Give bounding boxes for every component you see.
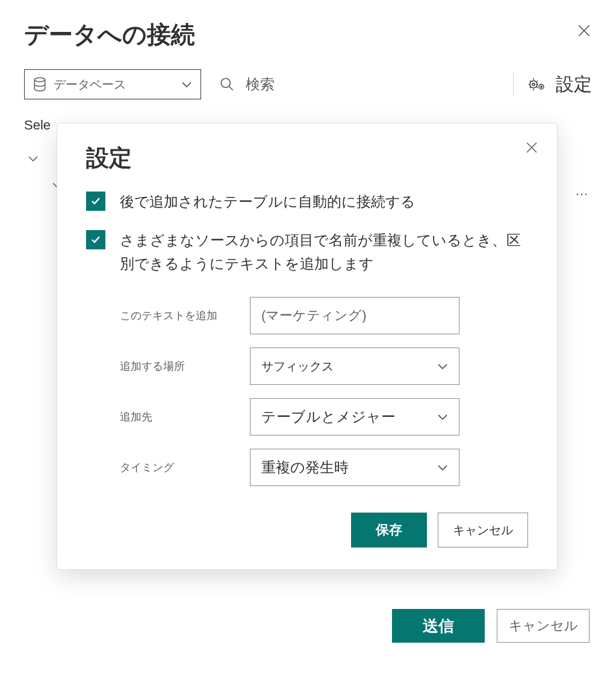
gear-icon [528,77,545,92]
chevron-down-icon [437,363,448,370]
main-footer: 送信 キャンセル [392,609,590,643]
select-value: テーブルとメジャー [261,407,437,426]
form-row-add-text: このテキストを追加 (マーケティング) [120,297,528,334]
svg-point-0 [34,78,45,82]
checkbox-disambiguate[interactable] [86,230,105,249]
checkbox-label: 後で追加されたテーブルに自動的に接続する [120,190,415,213]
search-placeholder: 検索 [246,75,275,94]
search-icon [219,76,235,92]
form-row-timing: タイミング 重複の発生時 [120,449,528,486]
svg-point-4 [539,84,544,89]
select-value: サフィックス [261,358,437,375]
location-select[interactable]: サフィックス [250,348,459,385]
database-icon [33,77,46,92]
chevron-down-icon [437,464,448,471]
checkbox-auto-connect[interactable] [86,192,105,211]
field-label: タイミング [120,460,250,475]
svg-point-5 [541,86,543,88]
modal-cancel-button[interactable]: キャンセル [438,513,528,548]
divider [513,72,514,96]
more-icon[interactable]: … [575,183,588,199]
svg-point-2 [530,81,537,88]
close-icon[interactable] [576,23,592,39]
checkbox-label: さまざまなソースからの項目で名前が重複しているとき、区別できるようにテキストを追… [120,229,528,275]
checkbox-row-disambiguate: さまざまなソースからの項目で名前が重複しているとき、区別できるようにテキストを追… [86,229,528,275]
field-label: 追加する場所 [120,359,250,373]
modal-footer: 保存 キャンセル [86,513,528,548]
input-value: (マーケティング) [261,307,367,325]
chevron-down-icon [181,81,192,88]
settings-button[interactable]: 設定 [528,72,592,97]
page-title: データへの接続 [24,18,592,51]
save-button[interactable]: 保存 [351,513,427,548]
form-row-location: 追加する場所 サフィックス [120,348,528,385]
target-select[interactable]: テーブルとメジャー [250,398,459,435]
search-field[interactable]: 検索 [216,75,499,94]
close-icon[interactable] [524,140,539,155]
toolbar: データベース 検索 設定 [24,69,592,99]
checkbox-row-auto-connect: 後で追加されたテーブルに自動的に接続する [86,190,528,213]
timing-select[interactable]: 重複の発生時 [250,449,459,486]
modal-title: 設定 [86,143,528,173]
form-block: このテキストを追加 (マーケティング) 追加する場所 サフィックス 追加先 テー… [120,297,528,486]
chevron-down-icon [437,413,448,420]
chevron-down-icon [28,155,39,162]
submit-button[interactable]: 送信 [392,609,485,643]
source-dropdown[interactable]: データベース [24,69,201,99]
field-label: このテキストを追加 [120,308,250,323]
field-label: 追加先 [120,410,250,424]
select-value: 重複の発生時 [261,458,437,477]
settings-modal: 設定 後で追加されたテーブルに自動的に接続する さまざまなソースからの項目で名前… [57,123,558,570]
add-text-input[interactable]: (マーケティング) [250,297,459,334]
cancel-button[interactable]: キャンセル [497,609,590,643]
svg-point-1 [221,78,230,87]
svg-point-3 [532,83,535,86]
settings-label: 設定 [556,72,592,97]
form-row-target: 追加先 テーブルとメジャー [120,398,528,435]
source-dropdown-label: データベース [54,76,174,93]
